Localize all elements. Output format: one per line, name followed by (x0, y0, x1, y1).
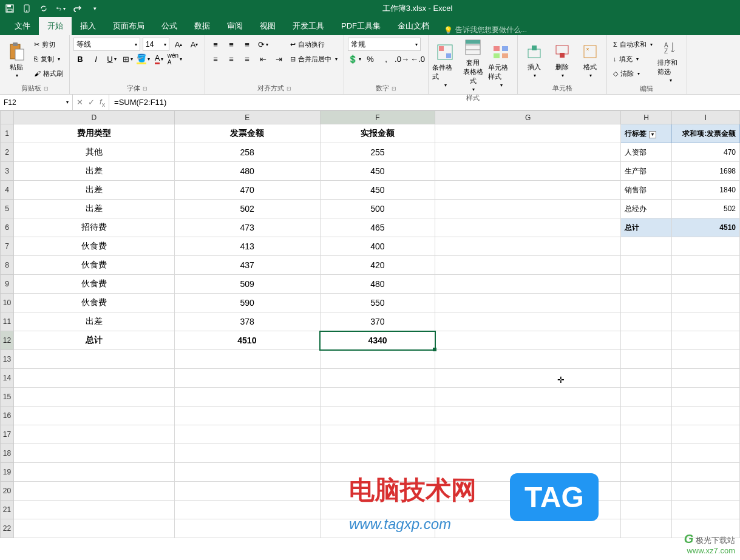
pivot-value[interactable]: 502 (672, 200, 740, 218)
increase-font-icon[interactable]: A▴ (172, 38, 185, 51)
row-header[interactable]: 10 (1, 294, 14, 312)
cell[interactable] (320, 388, 435, 407)
merge-center-button[interactable]: ⊟合并后居中▾ (288, 52, 340, 66)
cell[interactable]: 招待费 (13, 218, 174, 237)
cell[interactable] (435, 312, 621, 331)
row-header[interactable]: 6 (1, 218, 14, 237)
tab-wps-docs[interactable]: 金山文档 (389, 17, 438, 35)
cell[interactable] (13, 369, 174, 388)
row-header[interactable]: 9 (1, 275, 14, 294)
cell[interactable] (435, 519, 621, 538)
tab-review[interactable]: 审阅 (219, 17, 251, 35)
row-header[interactable]: 7 (1, 237, 14, 256)
cell[interactable] (672, 275, 740, 294)
col-header-f[interactable]: F (320, 111, 435, 124)
row-header[interactable]: 21 (1, 501, 14, 519)
cell[interactable] (621, 369, 672, 388)
cell[interactable] (435, 294, 621, 312)
fill-handle[interactable] (433, 348, 436, 351)
pivot-total-value[interactable]: 4510 (672, 218, 740, 237)
cell[interactable]: 413 (174, 237, 320, 256)
cell[interactable] (435, 350, 621, 369)
cell[interactable] (621, 294, 672, 312)
cell[interactable] (621, 275, 672, 294)
cell[interactable] (672, 482, 740, 501)
decrease-decimal-icon[interactable]: ←.0 (411, 52, 424, 66)
undo-icon[interactable]: ▾ (56, 4, 66, 13)
col-header-d[interactable]: D (13, 111, 174, 124)
cell[interactable]: 465 (320, 218, 435, 237)
enter-formula-icon[interactable]: ✓ (88, 98, 95, 107)
cell-styles-button[interactable]: 单元格样式▾ (488, 38, 514, 92)
cell[interactable]: 473 (174, 218, 320, 237)
cell[interactable]: 509 (174, 275, 320, 294)
increase-indent-icon[interactable]: ⇥ (272, 52, 285, 66)
cell[interactable] (435, 200, 621, 218)
cell[interactable] (13, 482, 174, 501)
phonetic-icon[interactable]: wénA▾ (168, 52, 182, 66)
tab-view[interactable]: 视图 (251, 17, 284, 35)
cell[interactable] (13, 501, 174, 519)
cell[interactable] (435, 181, 621, 200)
pivot-row[interactable]: 销售部 (621, 181, 672, 200)
cell[interactable] (174, 425, 320, 444)
cell[interactable]: 伙食费 (13, 256, 174, 275)
pivot-value-header[interactable]: 求和项:发票金额 (672, 124, 740, 143)
cell[interactable] (435, 444, 621, 463)
cell[interactable] (621, 407, 672, 425)
font-name-combo[interactable]: 等线▾ (73, 38, 140, 51)
tab-page-layout[interactable]: 页面布局 (104, 17, 153, 35)
cell[interactable] (672, 256, 740, 275)
cell[interactable]: 伙食费 (13, 275, 174, 294)
cell[interactable] (320, 350, 435, 369)
col-header-e[interactable]: E (174, 111, 320, 124)
cell[interactable] (672, 350, 740, 369)
qat-customize-icon[interactable]: ▾ (90, 4, 100, 13)
cell[interactable] (672, 444, 740, 463)
cell[interactable] (621, 444, 672, 463)
cell[interactable]: 590 (174, 294, 320, 312)
cell[interactable]: 出差 (13, 312, 174, 331)
row-header[interactable]: 20 (1, 482, 14, 501)
cell[interactable]: 伙食费 (13, 294, 174, 312)
cell[interactable]: 378 (174, 312, 320, 331)
cell[interactable] (672, 331, 740, 350)
wrap-text-button[interactable]: ↩自动换行 (288, 38, 340, 51)
font-size-combo[interactable]: 14▾ (143, 38, 169, 51)
copy-button[interactable]: ⎘复制▾ (32, 52, 66, 66)
row-header[interactable]: 12 (1, 331, 14, 350)
tab-formulas[interactable]: 公式 (153, 17, 186, 35)
tab-developer[interactable]: 开发工具 (284, 17, 333, 35)
cell[interactable] (435, 218, 621, 237)
row-header[interactable]: 8 (1, 256, 14, 275)
cell[interactable] (621, 482, 672, 501)
cell[interactable] (174, 388, 320, 407)
cell[interactable] (672, 407, 740, 425)
cell[interactable]: 出差 (13, 181, 174, 200)
cell[interactable] (13, 388, 174, 407)
cell[interactable] (435, 425, 621, 444)
row-header[interactable]: 13 (1, 350, 14, 369)
align-middle-icon[interactable]: ≡ (225, 38, 238, 51)
cell[interactable]: 伙食费 (13, 237, 174, 256)
row-header[interactable]: 5 (1, 200, 14, 218)
currency-icon[interactable]: 💲▾ (348, 52, 361, 66)
cell[interactable]: 470 (174, 181, 320, 200)
col-header-g[interactable]: G (435, 111, 621, 124)
cell[interactable] (174, 501, 320, 519)
cell[interactable]: 550 (320, 294, 435, 312)
cell[interactable]: 4510 (174, 331, 320, 350)
cell[interactable]: 480 (320, 275, 435, 294)
cell[interactable]: 450 (320, 181, 435, 200)
tell-me-search[interactable]: 💡 告诉我您想要做什么... (444, 25, 527, 35)
underline-icon[interactable]: U▾ (105, 52, 118, 66)
row-header[interactable]: 4 (1, 181, 14, 200)
pivot-row[interactable]: 人资部 (621, 143, 672, 162)
number-launcher-icon[interactable]: ⊡ (392, 86, 396, 92)
cell[interactable] (621, 388, 672, 407)
format-cells-button[interactable]: 格式▾ (577, 38, 603, 83)
tab-home[interactable]: 开始 (39, 17, 72, 35)
tab-data[interactable]: 数据 (186, 17, 219, 35)
cell[interactable] (174, 463, 320, 482)
cell[interactable]: 502 (174, 200, 320, 218)
